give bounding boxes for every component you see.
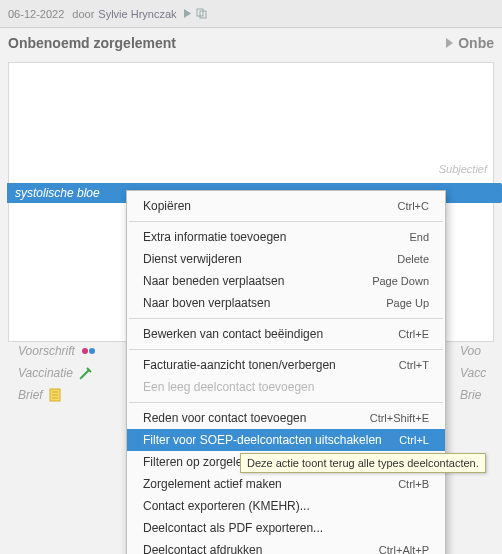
menu-item-label: Bewerken van contact beëindigen	[143, 327, 323, 341]
menu-item-shortcut: End	[409, 231, 429, 243]
menu-item-label: Filter voor SOEP-deelcontacten uitschake…	[143, 433, 382, 447]
menu-item-label: Reden voor contact toevoegen	[143, 411, 306, 425]
context-menu: KopiërenCtrl+CExtra informatie toevoegen…	[126, 190, 446, 554]
menu-item[interactable]: Facturatie-aanzicht tonen/verbergenCtrl+…	[127, 354, 445, 376]
menu-item-shortcut: Ctrl+C	[398, 200, 429, 212]
menu-item-label: Contact exporteren (KMEHR)...	[143, 499, 310, 513]
menu-item-label: Facturatie-aanzicht tonen/verbergen	[143, 358, 336, 372]
menu-separator	[129, 402, 443, 403]
top-bar: 06-12-2022 door Sylvie Hrynczak	[0, 0, 502, 28]
voorschrift-right[interactable]: Voo	[460, 340, 502, 362]
svg-line-6	[81, 370, 89, 378]
brief-right[interactable]: Brie	[460, 384, 502, 406]
menu-item-shortcut: Ctrl+L	[399, 434, 429, 446]
menu-separator	[129, 221, 443, 222]
menu-item-label: Een leeg deelcontact toevoegen	[143, 380, 314, 394]
author-prefix: door	[72, 8, 94, 20]
menu-item[interactable]: Naar boven verplaatsenPage Up	[127, 292, 445, 314]
menu-item-shortcut: Ctrl+Shift+E	[370, 412, 429, 424]
menu-item-shortcut: Ctrl+T	[399, 359, 429, 371]
left-action-list: Voorschrift Vaccinatie Brief	[18, 340, 97, 406]
menu-item[interactable]: Filter voor SOEP-deelcontacten uitschake…	[127, 429, 445, 451]
menu-item[interactable]: Contact exporteren (KMEHR)...	[127, 495, 445, 517]
brief-label: Brief	[18, 384, 43, 406]
voorschrift-row[interactable]: Voorschrift	[18, 340, 97, 362]
menu-item-label: Naar beneden verplaatsen	[143, 274, 284, 288]
menu-item[interactable]: Naar beneden verplaatsenPage Down	[127, 270, 445, 292]
header-row: Onbenoemd zorgelement Onbe	[0, 28, 502, 58]
menu-item-label: Dienst verwijderen	[143, 252, 242, 266]
selected-entry-text: systolische bloe	[15, 186, 100, 200]
menu-item-shortcut: Page Up	[386, 297, 429, 309]
right-action-list: Voo Vacc Brie	[460, 340, 502, 406]
svg-marker-0	[184, 9, 191, 18]
menu-item-label: Filteren op zorgele	[143, 455, 242, 469]
menu-item-label: Deelcontact afdrukken	[143, 543, 262, 554]
menu-item-shortcut: Ctrl+B	[398, 478, 429, 490]
menu-item[interactable]: Reden voor contact toevoegenCtrl+Shift+E	[127, 407, 445, 429]
menu-item[interactable]: Dienst verwijderenDelete	[127, 248, 445, 270]
menu-separator	[129, 349, 443, 350]
vaccinatie-label: Vaccinatie	[18, 362, 73, 384]
page-title: Onbenoemd zorgelement	[8, 35, 176, 51]
menu-item-label: Naar boven verplaatsen	[143, 296, 270, 310]
menu-item[interactable]: Deelcontact als PDF exporteren...	[127, 517, 445, 539]
syringe-icon	[79, 366, 93, 380]
menu-item-shortcut: Ctrl+Alt+P	[379, 544, 429, 554]
menu-item-shortcut: Page Down	[372, 275, 429, 287]
menu-item-label: Deelcontact als PDF exporteren...	[143, 521, 323, 535]
menu-item-shortcut: Delete	[397, 253, 429, 265]
record-date: 06-12-2022	[8, 8, 64, 20]
voorschrift-label: Voorschrift	[18, 340, 75, 362]
svg-marker-3	[446, 38, 453, 48]
pill-icon	[81, 345, 97, 357]
menu-item[interactable]: KopiërenCtrl+C	[127, 195, 445, 217]
play-icon[interactable]	[183, 9, 192, 18]
vaccinatie-row[interactable]: Vaccinatie	[18, 362, 97, 384]
document-icon	[49, 388, 61, 402]
menu-item: Een leeg deelcontact toevoegen	[127, 376, 445, 398]
menu-item[interactable]: Extra informatie toevoegenEnd	[127, 226, 445, 248]
subjectief-label: Subjectief	[439, 163, 487, 175]
header-right[interactable]: Onbe	[446, 35, 494, 51]
svg-rect-5	[89, 348, 95, 354]
menu-item[interactable]: Bewerken van contact beëindigenCtrl+E	[127, 323, 445, 345]
brief-row[interactable]: Brief	[18, 384, 97, 406]
vaccinatie-right[interactable]: Vacc	[460, 362, 502, 384]
expand-icon	[446, 38, 454, 48]
menu-item-label: Zorgelement actief maken	[143, 477, 282, 491]
svg-rect-4	[82, 348, 88, 354]
copy-icon[interactable]	[196, 8, 207, 19]
tooltip: Deze actie toont terug alle types deelco…	[240, 453, 486, 473]
author-name: Sylvie Hrynczak	[98, 8, 176, 20]
menu-item-label: Extra informatie toevoegen	[143, 230, 286, 244]
menu-separator	[129, 318, 443, 319]
menu-item-shortcut: Ctrl+E	[398, 328, 429, 340]
menu-item-label: Kopiëren	[143, 199, 191, 213]
header-right-text: Onbe	[458, 35, 494, 51]
menu-item[interactable]: Deelcontact afdrukkenCtrl+Alt+P	[127, 539, 445, 554]
menu-item[interactable]: Zorgelement actief makenCtrl+B	[127, 473, 445, 495]
